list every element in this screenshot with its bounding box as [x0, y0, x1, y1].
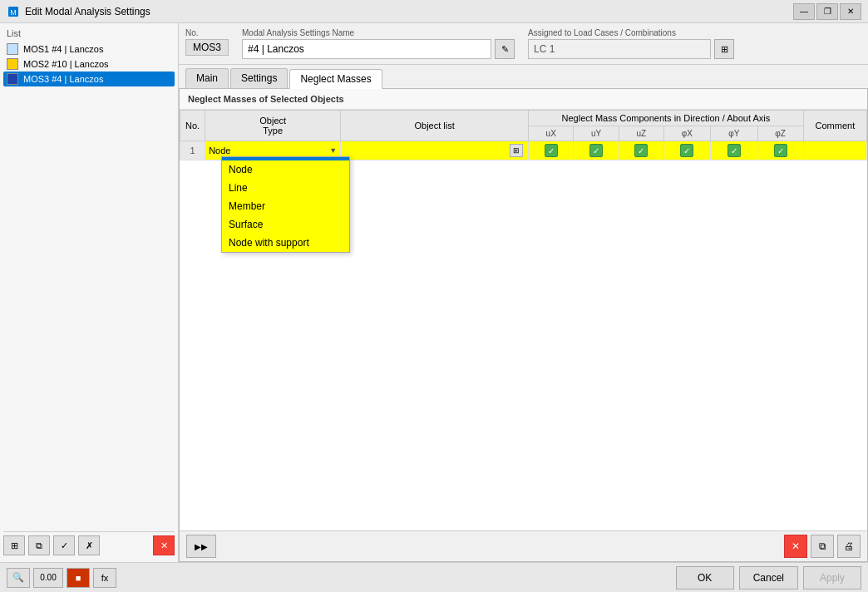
- col-header-ux: uX: [529, 126, 574, 141]
- tab-settings[interactable]: Settings: [230, 68, 288, 88]
- ux-checkbox-cell[interactable]: ✓: [529, 141, 574, 160]
- section-title: Neglect Masses of Selected Objects: [180, 89, 867, 110]
- assigned-value-row: ⊞: [528, 39, 861, 59]
- col-header-comment: Comment: [803, 111, 866, 141]
- uy-checkbox-cell[interactable]: ✓: [574, 141, 619, 160]
- col-header-uz: uZ: [619, 126, 663, 141]
- table-bottom-toolbar: ▶▶ ✕ ⧉ 🖨: [180, 530, 867, 561]
- header-no-section: No. MOS3: [185, 28, 229, 56]
- sidebar-footer: ⊞ ⧉ ✓ ✗ ✕: [3, 531, 175, 559]
- phiy-checkbox-cell[interactable]: ✓: [711, 141, 757, 160]
- neglect-masses-table: No. ObjectType Object list Neglect Mass …: [180, 110, 867, 160]
- edit-name-button[interactable]: ✎: [495, 39, 515, 59]
- row-num: 1: [180, 141, 205, 160]
- copy-row-button[interactable]: ⧉: [811, 535, 834, 558]
- apply-button[interactable]: Apply: [803, 566, 861, 590]
- add-row-button[interactable]: ▶▶: [186, 535, 216, 558]
- col-header-uy: uY: [574, 126, 619, 141]
- delete-row-button[interactable]: ✕: [784, 535, 807, 558]
- title-bar-controls: — ❐ ✕: [793, 3, 861, 20]
- svg-text:M: M: [10, 8, 17, 17]
- tab-content: Neglect Masses of Selected Objects No. O…: [179, 89, 868, 562]
- mos2-color: [7, 58, 18, 70]
- color-button[interactable]: ■: [67, 568, 90, 588]
- header-assigned-section: Assigned to Load Cases / Combinations ⊞: [528, 28, 861, 59]
- lc-input[interactable]: [528, 39, 711, 59]
- lc-button[interactable]: ⊞: [714, 39, 734, 59]
- comment-cell: [803, 141, 866, 160]
- content-area: No. MOS3 Modal Analysis Settings Name ✎ …: [179, 23, 868, 562]
- header-name-section: Modal Analysis Settings Name ✎: [242, 28, 515, 59]
- sidebar-item-mos2[interactable]: MOS2 #10 | Lanczos: [3, 57, 175, 72]
- new-item-button[interactable]: ⊞: [3, 535, 25, 555]
- col-header-phix: φX: [663, 126, 710, 141]
- object-list-cell: ⊞: [341, 141, 529, 160]
- mos1-label: MOS1 #4 | Lanczos: [23, 44, 103, 54]
- object-type-dropdown: Node Line Member Surface Node with suppo…: [221, 156, 350, 253]
- object-list-input-container: ⊞: [344, 143, 525, 158]
- mos1-color: [7, 43, 18, 55]
- ux-checkbox[interactable]: ✓: [545, 144, 558, 157]
- status-bar: 🔍 0.00 ■ fx OK Cancel Apply: [0, 562, 868, 592]
- mos2-label: MOS2 #10 | Lanczos: [23, 59, 109, 69]
- mos3-color: [7, 73, 18, 85]
- col-header-object-type: ObjectType: [205, 111, 341, 141]
- mos3-label: MOS3 #4 | Lanczos: [23, 74, 103, 84]
- search-button[interactable]: 🔍: [7, 568, 30, 588]
- dropdown-item-line[interactable]: Line: [222, 179, 349, 197]
- sidebar-item-mos3[interactable]: MOS3 #4 | Lanczos: [3, 72, 175, 86]
- tab-neglect-masses[interactable]: Neglect Masses: [289, 69, 382, 89]
- restore-button[interactable]: ❐: [816, 3, 838, 20]
- object-type-select[interactable]: Node Line Member Surface Node with suppo…: [209, 146, 337, 155]
- assigned-label: Assigned to Load Cases / Combinations: [528, 28, 861, 37]
- app-icon: M: [7, 5, 20, 18]
- cancel-button[interactable]: Cancel: [739, 566, 798, 590]
- table-container: No. ObjectType Object list Neglect Mass …: [180, 110, 867, 555]
- title-bar: M Edit Modal Analysis Settings — ❐ ✕: [0, 0, 868, 23]
- col-header-phiz: φZ: [757, 126, 803, 141]
- ok-button[interactable]: OK: [676, 566, 734, 590]
- no-label: No.: [185, 28, 229, 37]
- status-right: OK Cancel Apply: [676, 566, 861, 590]
- uz-checkbox[interactable]: ✓: [634, 144, 648, 157]
- main-layout: List MOS1 #4 | Lanczos MOS2 #10 | Lanczo…: [0, 23, 868, 562]
- check-item-button[interactable]: ✓: [53, 535, 75, 555]
- formula-button[interactable]: fx: [93, 568, 116, 588]
- print-button[interactable]: 🖨: [837, 535, 861, 558]
- object-list-picker-button[interactable]: ⊞: [510, 144, 523, 157]
- name-input[interactable]: [242, 39, 491, 59]
- dropdown-item-node[interactable]: Node: [222, 160, 349, 179]
- name-label: Modal Analysis Settings Name: [242, 28, 515, 37]
- uncheck-item-button[interactable]: ✗: [78, 535, 100, 555]
- phix-checkbox-cell[interactable]: ✓: [663, 141, 710, 160]
- status-left: 🔍 0.00 ■ fx: [7, 568, 116, 588]
- tabs-container: Main Settings Neglect Masses: [179, 65, 868, 89]
- name-value-row: ✎: [242, 39, 515, 59]
- phiz-checkbox[interactable]: ✓: [774, 144, 787, 157]
- col-header-neglect: Neglect Mass Components in Direction / A…: [529, 111, 804, 126]
- minimize-button[interactable]: —: [793, 3, 815, 20]
- uz-checkbox-cell[interactable]: ✓: [619, 141, 663, 160]
- close-button[interactable]: ✕: [840, 3, 861, 20]
- value-display[interactable]: 0.00: [33, 568, 63, 588]
- no-value: MOS3: [185, 39, 229, 56]
- uy-checkbox[interactable]: ✓: [589, 144, 603, 157]
- sidebar-list: List MOS1 #4 | Lanczos MOS2 #10 | Lanczo…: [3, 27, 175, 528]
- sidebar-item-mos1[interactable]: MOS1 #4 | Lanczos: [3, 42, 175, 57]
- sidebar-header: List: [3, 27, 175, 40]
- tab-main[interactable]: Main: [185, 68, 229, 88]
- dropdown-item-node-support[interactable]: Node with support: [222, 234, 349, 252]
- copy-item-button[interactable]: ⧉: [28, 535, 50, 555]
- phix-checkbox[interactable]: ✓: [680, 144, 693, 157]
- title-bar-text: Edit Modal Analysis Settings: [25, 6, 788, 17]
- dropdown-item-member[interactable]: Member: [222, 197, 349, 215]
- delete-item-button[interactable]: ✕: [153, 535, 175, 555]
- content-header: No. MOS3 Modal Analysis Settings Name ✎ …: [179, 23, 868, 65]
- col-header-phiy: φY: [711, 126, 757, 141]
- col-header-no: No.: [180, 111, 205, 141]
- phiy-checkbox[interactable]: ✓: [727, 144, 741, 157]
- phiz-checkbox-cell[interactable]: ✓: [757, 141, 803, 160]
- sidebar: List MOS1 #4 | Lanczos MOS2 #10 | Lanczo…: [0, 23, 179, 562]
- col-header-object-list: Object list: [341, 111, 529, 141]
- dropdown-item-surface[interactable]: Surface: [222, 215, 349, 234]
